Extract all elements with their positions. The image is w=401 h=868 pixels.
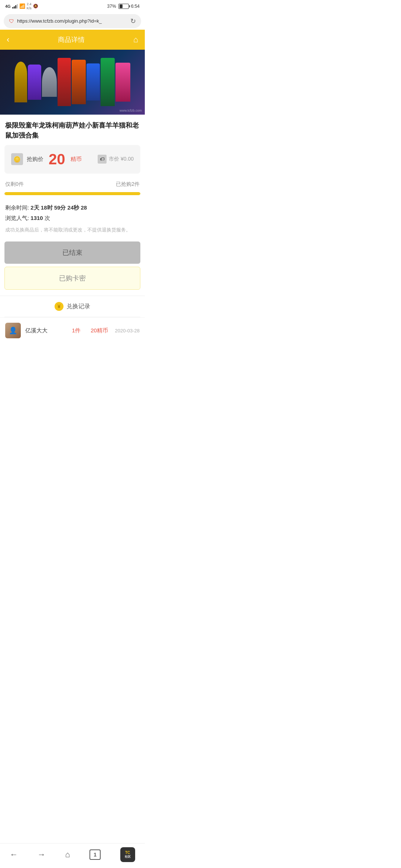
ended-button[interactable]: 已结束 [4,241,140,264]
network-type: 4G [5,4,11,9]
character-8 [115,63,130,102]
product-image: www.tcfzb.com [0,50,145,115]
product-title: 极限毁童年龙珠柯南葫芦娃小新喜羊羊猫和老鼠加强合集 [0,115,145,145]
price-box: 🪙 抢购价 20 精币 🏷 市价 ¥0.00 [4,145,140,174]
exchange-header: ¥ 兑换记录 [0,296,145,317]
stock-row: 仅剩0件 已抢购2件 [0,178,145,191]
notice-text: 成功兑换商品后，将不能取消或更改，不提供退换货服务。 [0,224,145,239]
signal-bars [12,4,18,9]
refresh-icon[interactable]: ↻ [130,17,136,25]
views-row: 浏览人气: 1310 次 [0,214,145,224]
exchange-coin-icon: ¥ [55,302,63,311]
exchange-section: ¥ 兑换记录 👤 亿溪大大 1件 20精币 2020-03-28 [0,296,145,343]
sold-count: 已抢购2件 [116,181,140,188]
market-price: 市价 ¥0.00 [109,156,134,162]
back-button[interactable]: ‹ [7,35,9,45]
security-shield-icon: 🛡 [9,18,14,24]
progress-fill [5,193,140,195]
character-6 [87,63,100,101]
image-inner [0,50,145,115]
mute-icon: 🔕 [33,4,38,9]
exchange-username: 亿溪大大 [25,327,65,334]
price-label: 抢购价 [27,156,43,163]
character-5 [72,60,86,104]
exchange-coins: 20精币 [88,327,111,334]
speed-text: 2.4K/s [27,2,32,10]
battery-percent: 37% [107,4,116,9]
market-price-wrap: 🏷 市价 ¥0.00 [98,155,134,164]
views-label: 浏览人气: [5,215,29,221]
remaining-stock: 仅剩0件 [5,181,24,188]
time-display: 6:54 [131,4,140,9]
home-button[interactable]: ⌂ [133,35,138,45]
time-row: 剩余时间: 2天 18时 59分 24秒 28 [0,200,145,214]
purchased-button[interactable]: 已购卡密 [4,267,140,290]
time-ms: 28 [81,204,87,211]
url-bar[interactable]: 🛡 https://www.tcfzb.com/plugin.php?id=k_… [4,14,141,28]
avatar: 👤 [5,323,21,338]
time-days: 2天 [30,204,39,211]
image-watermark: www.tcfzb.com [120,109,142,112]
status-left: 4G 📶 2.4K/s 🔕 [5,2,38,10]
exchange-record-row: 👤 亿溪大大 1件 20精币 2020-03-28 [0,317,145,343]
exchange-title: 兑换记录 [66,303,90,310]
market-icon: 🏷 [98,155,107,164]
views-unit: 次 [45,215,50,221]
time-label: 剩余时间: [5,204,29,211]
character-7 [101,58,115,106]
app-header: ‹ 商品详情 ⌂ [0,30,145,50]
status-bar: 4G 📶 2.4K/s 🔕 37% 6:54 [0,0,145,13]
time-minutes: 59分 [54,204,66,211]
wifi-icon: 📶 [19,3,25,9]
price-number: 20 [49,151,65,168]
character-4 [58,58,71,106]
time-hours: 18时 [41,204,53,211]
url-text: https://www.tcfzb.com/plugin.php?id=k_ [17,18,127,24]
exchange-qty: 1件 [69,327,84,334]
progress-bar-wrap [4,192,140,195]
character-3 [42,67,57,97]
character-1 [14,62,27,102]
battery-icon [118,4,129,9]
views-count: 1310 [30,215,43,221]
coin-icon: 🪙 [11,153,23,165]
character-2 [28,65,41,100]
time-seconds: 24秒 [68,204,79,211]
price-unit: 精币 [71,156,82,163]
status-right: 37% 6:54 [107,4,140,9]
exchange-date: 2020-03-28 [115,328,140,333]
page-title: 商品详情 [58,35,85,44]
